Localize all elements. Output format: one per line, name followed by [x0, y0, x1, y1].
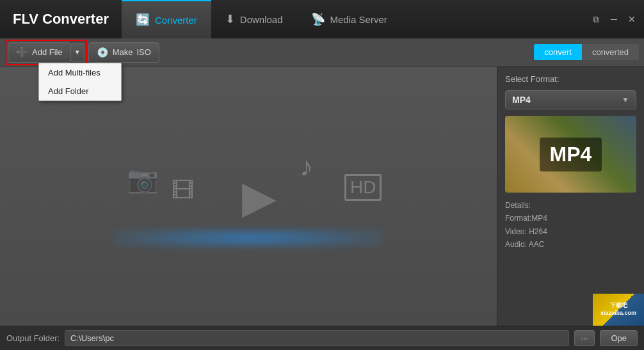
make-icon: 💿 — [97, 47, 109, 58]
format-details: Details: Format:MP4 Video: H264 Audio: A… — [505, 199, 636, 251]
format-value: MP4 — [512, 95, 531, 105]
add-folder-item[interactable]: Add Folder — [39, 82, 121, 100]
bottom-bar: Output Folder: ··· Ope 下载吧 xiazaiba.com — [0, 326, 644, 350]
add-file-dropdown-arrow[interactable]: ▼ — [70, 43, 85, 62]
toolbar: ➕ Add File ▼ Add Multi-files Add Folder … — [0, 38, 644, 67]
tab-download[interactable]: ⬇ Download — [211, 0, 297, 38]
main-content: 📷 🎞 ▶ ♪ HD Select Format: MP4 ▼ MP4 Deta… — [0, 67, 644, 326]
details-label: Details: — [505, 199, 636, 212]
glow-platform — [114, 228, 383, 248]
output-label: Output Folder: — [6, 333, 60, 343]
tab-download-label: Download — [240, 14, 283, 25]
film-icon: 🎞 — [172, 177, 195, 204]
download-icon: ⬇ — [225, 12, 235, 26]
camera-icon: 📷 — [127, 164, 159, 195]
tab-converter[interactable]: 🔄 Converter — [122, 0, 211, 38]
play-icon: ▶ — [242, 171, 277, 223]
minimize-button[interactable]: ─ — [606, 11, 622, 28]
converter-icon: 🔄 — [136, 13, 150, 27]
right-panel: Select Format: MP4 ▼ MP4 Details: Format… — [497, 67, 644, 326]
converted-tab[interactable]: converted — [582, 44, 639, 60]
audio-detail: Audio: AAC — [505, 238, 636, 251]
watermark-text: 下载吧 xiazaiba.com — [600, 302, 636, 317]
watermark-line2: xiazaiba.com — [600, 310, 636, 317]
convert-tab-group: convert converted — [534, 44, 639, 60]
drop-area[interactable]: 📷 🎞 ▶ ♪ HD — [0, 67, 497, 326]
convert-tab[interactable]: convert — [534, 44, 582, 60]
app-title: FLV Converter — [0, 11, 122, 28]
title-bar: FLV Converter 🔄 Converter ⬇ Download 📡 M… — [0, 0, 644, 38]
add-multi-files-item[interactable]: Add Multi-files — [39, 63, 121, 82]
music-icon: ♪ — [300, 152, 313, 182]
video-detail: Video: H264 — [505, 225, 636, 238]
format-preview: MP4 — [505, 116, 636, 193]
add-file-group: ➕ Add File ▼ Add Multi-files Add Folder — [5, 40, 87, 65]
drop-area-inner: 📷 🎞 ▶ ♪ HD — [0, 67, 497, 326]
format-detail: Format:MP4 — [505, 212, 636, 225]
add-file-icon: ➕ — [16, 47, 28, 58]
open-button[interactable]: Ope — [600, 330, 638, 346]
iso-label: ISO — [137, 47, 151, 57]
output-path-input[interactable] — [65, 330, 568, 346]
mp4-badge: MP4 — [540, 138, 602, 171]
watermark-line1: 下载吧 — [600, 302, 636, 310]
tab-media-server-label: Media Server — [330, 14, 387, 25]
window-controls: ⧉ ─ ✕ — [588, 11, 644, 28]
hd-icon: HD — [344, 174, 382, 201]
make-label: Make — [113, 47, 133, 57]
close-button[interactable]: ✕ — [624, 11, 640, 28]
add-file-label: Add File — [32, 47, 63, 57]
browse-button[interactable]: ··· — [574, 330, 595, 346]
tab-media-server[interactable]: 📡 Media Server — [297, 0, 401, 38]
format-dropdown-arrow: ▼ — [622, 95, 629, 104]
add-file-button[interactable]: ➕ Add File — [8, 42, 71, 63]
make-iso-button[interactable]: 💿 Make ISO — [88, 42, 159, 63]
media-icons: 📷 🎞 ▶ ♪ HD — [88, 139, 408, 254]
add-file-dropdown-menu: Add Multi-files Add Folder — [38, 63, 122, 101]
watermark: 下载吧 xiazaiba.com — [593, 294, 644, 326]
format-dropdown[interactable]: MP4 ▼ — [505, 90, 636, 109]
media-server-icon: 📡 — [311, 12, 325, 26]
nav-tabs: 🔄 Converter ⬇ Download 📡 Media Server — [122, 0, 588, 38]
select-format-label: Select Format: — [505, 74, 636, 84]
restore-button[interactable]: ⧉ — [588, 11, 604, 28]
tab-converter-label: Converter — [155, 15, 197, 26]
